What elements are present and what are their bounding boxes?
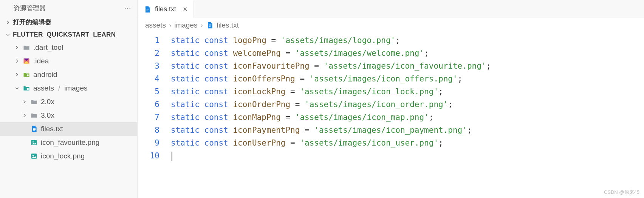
image-teal-icon [30,139,38,146]
code-line[interactable] [171,149,491,162]
code-line[interactable]: static const iconPaymentPng = 'assets/im… [171,124,491,137]
code-line[interactable]: static const iconLockPng = 'assets/image… [171,85,491,98]
tree-item-label: 2.0x [41,98,54,106]
line-gutter: 12345678910 [138,32,166,198]
tree-item[interactable]: files.txt [0,122,137,136]
folder-gray-icon [30,98,38,106]
code-line[interactable]: static const logoPng = 'assets/images/lo… [171,34,491,47]
line-number: 6 [138,98,159,111]
line-number: 2 [138,47,159,60]
chevron-down-icon [14,86,20,91]
project-section[interactable]: FLUTTER_QUICKSTART_LEARN [0,29,137,41]
line-number: 5 [138,85,159,98]
line-number: 7 [138,111,159,124]
chevron-right-icon [22,99,27,104]
code-line[interactable]: static const iconFavouritePng = 'assets/… [171,60,491,72]
path-separator: / [58,84,60,92]
line-number: 1 [138,34,159,47]
open-editors-label: 打开的编辑器 [13,18,51,26]
code-line[interactable]: static const iconOffersPng = 'assets/ima… [171,72,491,85]
tree-item-suffix: images [64,84,87,92]
line-number: 10 [138,149,159,162]
image-teal-icon [30,152,38,160]
tree-item[interactable]: 3.0x [0,109,137,122]
tree-item[interactable]: .idea [0,54,137,68]
line-number: 9 [138,137,159,149]
breadcrumb-item[interactable]: assets [145,21,166,29]
svg-point-6 [33,155,34,156]
chevron-right-icon: › [169,21,171,29]
explorer-title: 资源管理器 [14,4,46,12]
chevron-right-icon [22,113,27,118]
breadcrumb-item[interactable]: files.txt [217,21,239,29]
tree-item-label: files.txt [41,125,63,133]
explorer-header: 资源管理器 ··· [0,0,137,15]
chevron-right-icon [5,20,11,25]
svg-point-1 [27,74,29,76]
breadcrumb-item[interactable]: images [174,21,197,29]
tree-item[interactable]: assets/images [0,81,137,95]
line-number: 4 [138,72,159,85]
tree-item-label: icon_lock.png [41,152,85,160]
tree-item-label: android [33,71,57,79]
editor-area: files.txt × assets › images › files.txt … [138,0,644,198]
line-number: 3 [138,60,159,72]
tree-item[interactable]: .dart_tool [0,41,137,54]
more-actions-icon[interactable]: ··· [124,4,131,12]
line-number: 8 [138,124,159,137]
file-icon [144,6,151,13]
tree-item-label: 3.0x [41,111,54,120]
chevron-right-icon [14,72,20,77]
tree-item[interactable]: android [0,68,137,81]
tree-item[interactable]: icon_favourite.png [0,136,137,149]
tab-files-txt[interactable]: files.txt × [138,0,194,18]
chevron-right-icon: › [201,21,203,29]
explorer-sidebar: 资源管理器 ··· 打开的编辑器 FLUTTER_QUICKSTART_LEAR… [0,0,138,198]
text-cursor [172,152,172,161]
chevron-right-icon [14,45,20,50]
folder-gray-icon [30,112,38,119]
folder-teal-icon [23,84,30,92]
editor-tabs: files.txt × [138,0,644,18]
svg-point-4 [33,141,34,143]
breadcrumbs[interactable]: assets › images › files.txt [138,18,644,32]
open-editors-section[interactable]: 打开的编辑器 [0,15,137,29]
idea-icon [23,57,30,65]
chevron-right-icon [14,58,20,64]
code-content[interactable]: static const logoPng = 'assets/images/lo… [166,32,491,198]
project-name: FLUTTER_QUICKSTART_LEARN [13,31,116,38]
tree-item-label: assets [33,84,54,92]
tab-label: files.txt [155,5,176,13]
file-tree: .dart_tool.ideaandroidassets/images2.0x3… [0,41,137,163]
tree-item-label: icon_favourite.png [41,138,99,147]
code-editor[interactable]: 12345678910 static const logoPng = 'asse… [138,32,644,198]
code-line[interactable]: static const welcomePng = 'assets/images… [171,47,491,60]
code-line[interactable]: static const iconUserPng = 'assets/image… [171,137,491,149]
chevron-down-icon [5,32,11,37]
watermark: CSDN @原来45 [604,189,639,196]
code-line[interactable]: static const iconOrderPng = 'assets/imag… [171,98,491,111]
tree-item-label: .dart_tool [33,43,63,52]
code-line[interactable]: static const iconMapPng = 'assets/images… [171,111,491,124]
file-blue-icon [30,125,38,133]
svg-rect-2 [27,88,29,90]
tree-item-label: .idea [33,57,49,65]
file-icon [206,21,214,29]
folder-green-icon [23,71,30,78]
close-icon[interactable]: × [183,5,187,14]
tree-item[interactable]: 2.0x [0,95,137,109]
folder-gray-icon [23,44,30,51]
tree-item[interactable]: icon_lock.png [0,149,137,163]
